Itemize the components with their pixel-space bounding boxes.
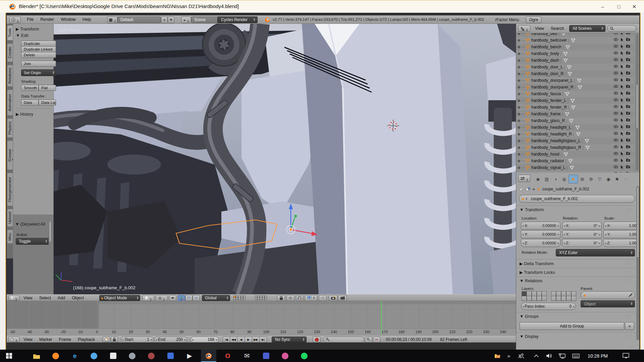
- fld-scl-y-field[interactable]: ◂Y:1.000▸: [603, 230, 639, 238]
- properties-tab-scene-icon[interactable]: ◑: [551, 175, 560, 183]
- object-name[interactable]: hardbody_headlightglass_L: [531, 138, 581, 143]
- restrict-view-icon[interactable]: [613, 98, 618, 103]
- restrict-render-icon[interactable]: [626, 51, 630, 56]
- layer-cell-1[interactable]: [551, 291, 556, 296]
- render-animation-button[interactable]: [338, 295, 347, 301]
- layer-cell-10[interactable]: [571, 296, 576, 301]
- close-button[interactable]: ✕: [627, 0, 642, 13]
- restrict-view-icon[interactable]: [613, 38, 618, 43]
- data-layout-button[interactable]: Data Layo: [39, 100, 56, 106]
- properties-tab-world-icon[interactable]: ◍: [560, 175, 569, 183]
- object-name[interactable]: hardbody_fender_L: [531, 98, 566, 103]
- taskbar-discord-icon[interactable]: [124, 350, 140, 362]
- fld-scl-x-field[interactable]: ◂X:1.000▸: [603, 222, 639, 230]
- restrict-view-icon[interactable]: [613, 64, 618, 70]
- outliner-item-hardbody_bed[interactable]: ⊕hardbody_bed|: [516, 33, 634, 37]
- layer-cell-3[interactable]: [561, 291, 566, 296]
- outliner-item-hardbody_doorpanel_R[interactable]: ⊕hardbody_doorpanel_R|: [516, 84, 634, 90]
- timeline-ruler[interactable]: -50-40-30-20-100102030405060708090100110…: [7, 328, 516, 336]
- pass-index-field[interactable]: ◂Pass Index: 0▸: [521, 303, 576, 310]
- layer-cell-10[interactable]: [542, 296, 547, 301]
- properties-tab-constraints-icon[interactable]: ⊞: [578, 175, 587, 183]
- outliner-item-hardbody_fender_R[interactable]: ⊕hardbody_fender_R|: [516, 104, 634, 111]
- restrict-view-icon[interactable]: [613, 84, 618, 90]
- expand-icon[interactable]: ⊕: [516, 38, 522, 43]
- object-name[interactable]: hardbody_hood: [531, 152, 559, 157]
- eyedropper-icon[interactable]: [628, 293, 632, 297]
- start-frame-field[interactable]: ◂Start:1▸: [121, 337, 154, 343]
- outliner-search-input[interactable]: [607, 25, 636, 32]
- outliner-item-hardbody_radiator[interactable]: ⊕hardbody_radiator|: [516, 158, 634, 164]
- duplicate-button[interactable]: Duplicate: [21, 41, 56, 47]
- minimize-button[interactable]: –: [595, 0, 610, 13]
- taskbar-steam-icon[interactable]: [144, 350, 159, 362]
- layer-cell-8[interactable]: [561, 296, 566, 301]
- menu-marker[interactable]: Marker: [36, 336, 56, 343]
- pin-icon[interactable]: [519, 187, 523, 191]
- outliner-item-hardbody_fender_L[interactable]: ⊕hardbody_fender_L|: [516, 97, 634, 104]
- delete-button[interactable]: Delete: [21, 52, 56, 58]
- fld-scl-z-field[interactable]: ◂Z:1.000▸: [603, 239, 639, 247]
- outliner-item-hardbody_hood[interactable]: ⊕hardbody_hood|: [516, 151, 634, 158]
- render-engine-select[interactable]: Cycles Render▲▼: [217, 16, 258, 23]
- object-name[interactable]: hardbody_radiator: [531, 159, 564, 163]
- restrict-view-icon[interactable]: [613, 118, 618, 123]
- restrict-render-icon[interactable]: [626, 138, 630, 143]
- rfactor-menu-label[interactable]: rFactor Menu: [495, 17, 519, 22]
- expand-icon[interactable]: ⊕: [516, 145, 522, 150]
- menu-window[interactable]: Window: [57, 16, 79, 23]
- timeline-dopesheet[interactable]: [7, 301, 516, 328]
- layer-cell-6[interactable]: [255, 298, 257, 300]
- parent-type-select[interactable]: Object▲▼: [581, 300, 635, 307]
- layer-cell-5[interactable]: [542, 291, 547, 296]
- timeline-editor-type-button[interactable]: ▲▼: [8, 337, 19, 342]
- outliner-display-mode-button[interactable]: ▲▼: [518, 25, 530, 32]
- expand-icon[interactable]: ⊕: [516, 139, 522, 143]
- expand-icon[interactable]: ⊕: [516, 45, 522, 49]
- layer-cell-4[interactable]: [537, 291, 542, 296]
- panel-display[interactable]: ▼ Display::::: [520, 334, 632, 339]
- fld-loc-y-field[interactable]: ◂Y:0.00000▸: [521, 230, 560, 238]
- layer-cell-6[interactable]: [551, 296, 556, 301]
- menu-view[interactable]: View: [532, 25, 547, 32]
- expand-icon[interactable]: ⊕: [516, 125, 522, 130]
- restrict-render-icon[interactable]: [626, 105, 630, 110]
- restrict-select-icon[interactable]: [621, 111, 624, 117]
- menu-view[interactable]: View: [20, 336, 36, 343]
- restrict-select-icon[interactable]: [621, 165, 624, 170]
- delete-layout-button[interactable]: ✕: [168, 16, 174, 23]
- object-name[interactable]: hardbody_body: [531, 51, 559, 56]
- outliner-item-hardbody_fascia[interactable]: ⊕hardbody_fascia|: [516, 90, 634, 97]
- restrict-view-icon[interactable]: [613, 125, 618, 130]
- fld-rot-y-field[interactable]: ◂Y:0°▸: [562, 230, 602, 238]
- restrict-select-icon[interactable]: [621, 98, 624, 103]
- viewport-3d[interactable]: xy User Persp (168) coupe_subframe_F_b.0…: [7, 24, 516, 301]
- properties-tab-render-layers-icon[interactable]: ▥: [542, 175, 551, 183]
- expand-icon[interactable]: ⊕: [516, 159, 522, 163]
- tray-folder-icon[interactable]: [492, 350, 503, 362]
- properties-editor-type-button[interactable]: ▲▼: [518, 175, 530, 182]
- menu-search[interactable]: Search: [547, 25, 568, 32]
- rotation-mode-select[interactable]: XYZ Euler▲▼: [556, 249, 635, 256]
- object-name[interactable]: hardbody_headlightglass_R: [531, 145, 581, 150]
- properties-scrollbar[interactable]: [636, 186, 639, 340]
- time-display-toggle[interactable]: [103, 337, 110, 342]
- restrict-render-icon[interactable]: [626, 91, 630, 97]
- toolshelf-tab-grease-pencil[interactable]: Grease Pencil: [7, 140, 13, 170]
- restrict-select-icon[interactable]: [621, 44, 624, 50]
- restrict-render-icon[interactable]: [626, 152, 630, 157]
- outliner-item-hardbody_headlight_L[interactable]: ⊕hardbody_headlight_L|: [516, 124, 634, 131]
- restrict-render-icon[interactable]: [626, 125, 630, 130]
- taskbar-camera-icon[interactable]: [277, 350, 293, 362]
- pivot-point-select[interactable]: ⊡▲▼: [156, 295, 168, 301]
- object-name[interactable]: hardbody_bed: [531, 33, 557, 36]
- set-origin-menu[interactable]: Set Origin▲▼: [21, 69, 56, 76]
- expand-icon[interactable]: ⊕: [516, 112, 522, 116]
- taskbar-opera-icon[interactable]: O: [220, 350, 235, 362]
- layer-cell-9[interactable]: [241, 298, 243, 300]
- restrict-select-icon[interactable]: [621, 138, 624, 143]
- restrict-select-icon[interactable]: [621, 58, 624, 63]
- outliner-item-hardbody_bedcover[interactable]: ⊕hardbody_bedcover|: [516, 37, 634, 44]
- restrict-render-icon[interactable]: [626, 165, 630, 170]
- restrict-view-icon[interactable]: [613, 105, 618, 110]
